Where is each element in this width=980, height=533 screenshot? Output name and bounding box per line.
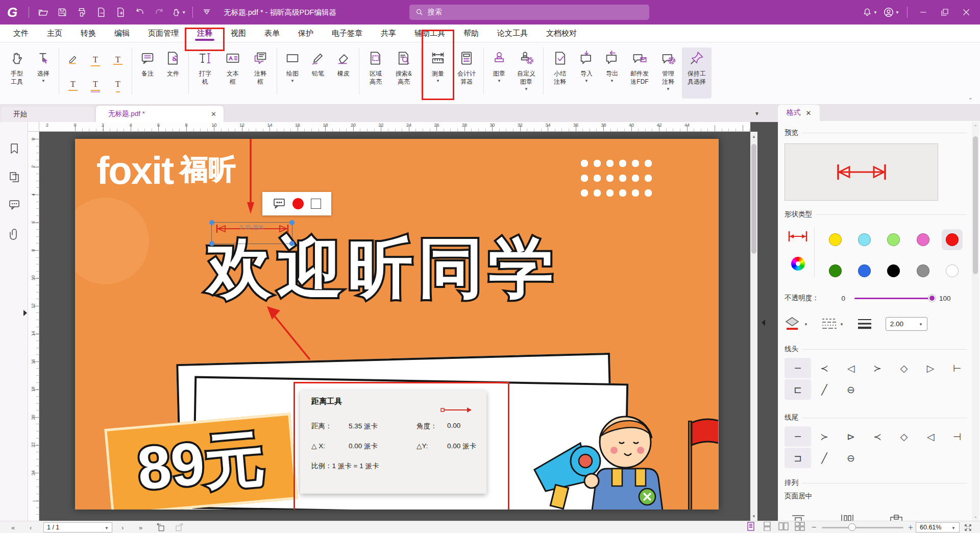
menu-item[interactable]: 文档校对 (537, 25, 586, 42)
fullscreen-button[interactable] (964, 521, 972, 533)
select-tool-ribbon-button[interactable]: 选择 ▼ (31, 47, 56, 99)
opacity-slider-knob[interactable] (928, 294, 936, 302)
previous-view-button[interactable] (156, 521, 165, 533)
chevron-down-icon[interactable]: ▼ (873, 10, 877, 15)
tab-start[interactable]: 开始 (1, 107, 94, 122)
manage-comments-button[interactable]: 管理注释 ▼ (654, 47, 682, 99)
line-end-option[interactable]: ─ (785, 426, 811, 447)
menu-item[interactable]: 电子签章 (323, 25, 372, 42)
pages-panel-icon[interactable] (8, 171, 20, 183)
first-page-button[interactable]: « (11, 521, 15, 533)
note-comment-button[interactable]: 备注 (135, 47, 160, 99)
tab-format[interactable]: 格式 ✕ (778, 105, 820, 121)
line-start-option[interactable]: ⊏ (785, 379, 811, 400)
center-in-page-icon[interactable] (889, 513, 904, 521)
menu-item[interactable]: 页面管理 (139, 25, 188, 42)
restore-window-button[interactable] (935, 5, 954, 20)
menu-item[interactable]: 主页 (38, 25, 71, 42)
selection-handle[interactable] (209, 241, 214, 246)
notifications-bell-icon[interactable]: ▼ (860, 5, 879, 20)
color-swatch[interactable] (946, 264, 959, 277)
add-page-button[interactable] (111, 5, 130, 20)
attachments-panel-icon[interactable] (8, 228, 20, 240)
stamp-button[interactable]: 图章 ▼ (486, 47, 512, 99)
close-tab-icon[interactable]: ✕ (211, 110, 216, 118)
squiggly-underline-tool-icon[interactable]: T (65, 77, 81, 92)
comment-icon[interactable] (273, 198, 285, 209)
typewriter-button[interactable]: 打字机 (191, 47, 219, 99)
comments-panel-icon[interactable] (8, 199, 20, 211)
collapse-ribbon-icon[interactable]: ⌃ (968, 97, 973, 104)
measure-tool-button[interactable]: 测量 ▼ (424, 47, 452, 99)
menu-item[interactable]: 文件 (4, 25, 38, 42)
last-page-button[interactable]: » (139, 521, 142, 533)
chevron-down-icon[interactable]: ▼ (895, 10, 899, 15)
color-swatch[interactable] (887, 264, 900, 277)
zoom-out-button[interactable]: − (812, 521, 816, 533)
highlight-tool-icon[interactable] (65, 52, 81, 67)
export-comments-button[interactable]: 导出 ▼ (599, 47, 625, 99)
line-start-option[interactable]: ╱ (811, 379, 838, 400)
previous-page-button[interactable]: ‹ (30, 521, 32, 533)
facing-pages-view-icon[interactable] (778, 521, 789, 531)
single-page-view-icon[interactable] (745, 521, 756, 531)
rectangle-tool-icon[interactable] (311, 199, 321, 209)
fill-style-dropdown[interactable]: ▼ (785, 316, 808, 331)
open-file-button[interactable] (33, 5, 53, 20)
distance-shape-icon[interactable] (787, 230, 808, 243)
close-panel-icon[interactable]: ✕ (806, 109, 812, 117)
menu-item[interactable]: 共享 (372, 25, 405, 42)
textbox-button[interactable]: 文本框 (219, 47, 247, 99)
line-end-option[interactable]: ≻ (811, 426, 838, 447)
panel-collapse-arrow[interactable] (762, 320, 765, 326)
insert-text-tool-icon[interactable]: T (110, 77, 126, 92)
line-start-option[interactable]: ▷ (917, 358, 944, 378)
panel-scrollbar[interactable]: ⌃ ⌄ (972, 122, 979, 521)
filter-funnel-icon[interactable] (197, 5, 216, 20)
minimize-button[interactable] (914, 5, 933, 20)
replace-text-tool-icon[interactable]: T (88, 77, 103, 92)
zoom-slider-knob[interactable] (848, 523, 856, 531)
color-swatch[interactable] (829, 264, 842, 277)
color-swatch[interactable] (858, 264, 871, 277)
distribute-horizontal-icon[interactable] (840, 513, 855, 521)
line-start-option[interactable]: ⊖ (838, 379, 864, 400)
color-swatch[interactable] (858, 233, 871, 246)
color-indicator-dot[interactable] (292, 198, 304, 209)
grid-view-icon[interactable] (794, 521, 805, 531)
color-swatch[interactable] (829, 233, 842, 246)
selection-handle[interactable] (289, 241, 295, 246)
line-end-option[interactable]: ⊣ (944, 426, 970, 447)
menu-item[interactable]: 论文工具 (488, 25, 537, 42)
hand-tool-ribbon-button[interactable]: 手型工具 (3, 47, 31, 99)
zoom-slider[interactable] (822, 521, 903, 533)
line-start-option[interactable]: ≺ (811, 358, 838, 378)
next-page-button[interactable]: › (121, 521, 124, 533)
print-button[interactable] (72, 5, 91, 20)
continuous-view-icon[interactable] (762, 521, 773, 531)
dash-style-dropdown[interactable]: ▼ (821, 317, 844, 330)
close-button[interactable] (957, 5, 976, 20)
import-comments-button[interactable]: 导入 ▼ (574, 47, 599, 99)
tab-list-chevron-icon[interactable]: ▼ (754, 111, 760, 116)
line-end-option[interactable]: ⊐ (785, 448, 811, 468)
strikeout-tool-icon[interactable]: T (110, 52, 126, 67)
line-start-option[interactable]: ≻ (864, 358, 891, 378)
chevron-down-icon[interactable]: ▼ (182, 10, 186, 15)
scroll-down-arrow[interactable]: ▼ (750, 513, 757, 520)
hand-tool-button[interactable]: ▼ (169, 5, 188, 20)
distance-measurement-annotation[interactable]: 5.35 厘米 (211, 222, 292, 244)
menu-item[interactable]: 转换 (71, 25, 105, 42)
eraser-tool-button[interactable]: 橡皮 (331, 47, 356, 99)
menu-item[interactable]: 保护 (289, 25, 323, 42)
search-and-highlight-button[interactable]: 搜索&高亮 (389, 47, 418, 99)
summarize-comments-button[interactable]: 小结注释 (546, 47, 574, 99)
tab-active-document[interactable]: 无标题.pdf * ✕ (96, 106, 224, 122)
scroll-down-arrow[interactable]: ⌄ (972, 513, 979, 520)
pencil-tool-button[interactable]: 铅笔 (305, 47, 331, 99)
save-button[interactable] (53, 5, 72, 20)
zoom-in-button[interactable]: ＋ (906, 521, 915, 533)
color-swatch[interactable] (917, 264, 929, 277)
callout-box-button[interactable]: 注释框 (247, 47, 274, 99)
line-end-option[interactable]: ≺ (864, 426, 891, 447)
